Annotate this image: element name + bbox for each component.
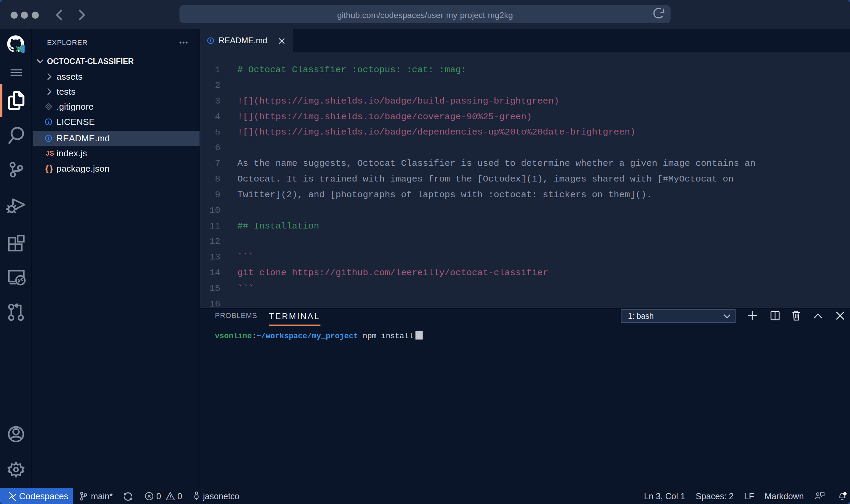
svg-text:i: i (48, 136, 49, 141)
svg-text:i: i (210, 38, 211, 43)
svg-text:i: i (48, 120, 49, 125)
